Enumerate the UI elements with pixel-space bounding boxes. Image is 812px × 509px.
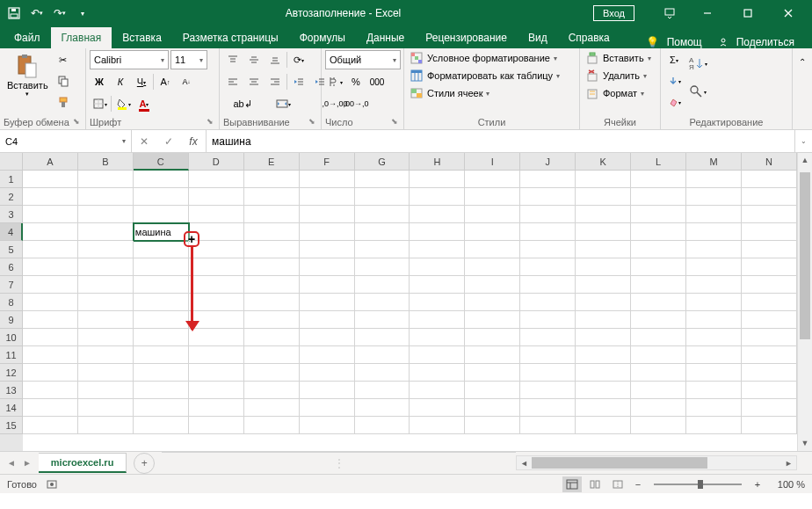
cell-F7[interactable]: [300, 276, 355, 294]
cell-L8[interactable]: [631, 294, 686, 311]
decrease-indent-icon[interactable]: [289, 72, 308, 91]
add-sheet-icon[interactable]: +: [134, 453, 155, 474]
align-launcher-icon[interactable]: ⬊: [307, 117, 317, 127]
cell-C10[interactable]: [134, 329, 189, 346]
cell-H7[interactable]: [410, 276, 465, 294]
comma-icon[interactable]: 000: [367, 72, 387, 91]
cell-F9[interactable]: [300, 311, 355, 329]
insert-cells-button[interactable]: Вставить▾: [584, 50, 653, 66]
cell-K7[interactable]: [576, 276, 631, 294]
cell-M7[interactable]: [686, 276, 742, 294]
cell-K11[interactable]: [576, 346, 631, 364]
cell-M4[interactable]: [686, 223, 742, 241]
cell-M9[interactable]: [686, 311, 742, 329]
page-layout-view-icon[interactable]: [585, 476, 605, 492]
cell-H11[interactable]: [410, 346, 465, 364]
italic-button[interactable]: К: [111, 72, 130, 91]
cell-H15[interactable]: [410, 417, 465, 434]
cell-A6[interactable]: [23, 258, 78, 276]
shrink-font-icon[interactable]: A↓: [177, 72, 196, 91]
cell-G9[interactable]: [355, 311, 410, 329]
cell-B13[interactable]: [78, 382, 134, 399]
cell-F15[interactable]: [300, 417, 355, 434]
cell-N6[interactable]: [742, 258, 797, 276]
cell-M8[interactable]: [686, 294, 742, 311]
cell-L9[interactable]: [631, 311, 686, 329]
cell-G7[interactable]: [355, 276, 410, 294]
cell-F11[interactable]: [300, 346, 355, 364]
share-button[interactable]: Поделиться: [713, 36, 805, 48]
cell-N13[interactable]: [742, 382, 797, 399]
cell-F2[interactable]: [300, 188, 355, 206]
cell-D6[interactable]: [189, 258, 244, 276]
cell-N8[interactable]: [742, 294, 797, 311]
cell-N1[interactable]: [742, 171, 797, 188]
cell-G14[interactable]: [355, 399, 410, 417]
row-header-9[interactable]: 9: [0, 311, 23, 329]
cell-E5[interactable]: [244, 241, 300, 258]
scroll-left-icon[interactable]: ◄: [517, 459, 532, 468]
cell-M6[interactable]: [686, 258, 742, 276]
tab-file[interactable]: Файл: [4, 27, 51, 48]
cell-F10[interactable]: [300, 329, 355, 346]
cell-E2[interactable]: [244, 188, 300, 206]
cell-D10[interactable]: [189, 329, 244, 346]
cell-H9[interactable]: [410, 311, 465, 329]
tab-view[interactable]: Вид: [518, 27, 558, 48]
cell-L3[interactable]: [631, 206, 686, 223]
cell-E7[interactable]: [244, 276, 300, 294]
clipboard-launcher-icon[interactable]: ⬊: [71, 117, 82, 127]
cell-H2[interactable]: [410, 188, 465, 206]
currency-icon[interactable]: ▾: [325, 72, 344, 91]
cell-J3[interactable]: [520, 206, 576, 223]
cell-G5[interactable]: [355, 241, 410, 258]
row-header-1[interactable]: 1: [0, 171, 23, 188]
scroll-up-icon[interactable]: ▲: [798, 153, 812, 168]
cell-M15[interactable]: [686, 417, 742, 434]
cell-I7[interactable]: [465, 276, 520, 294]
cell-C14[interactable]: [134, 399, 189, 417]
cell-E1[interactable]: [244, 171, 300, 188]
cell-C5[interactable]: [134, 241, 189, 258]
cell-E10[interactable]: [244, 329, 300, 346]
number-format-combo[interactable]: Общий▾: [325, 50, 401, 69]
cell-I2[interactable]: [465, 188, 520, 206]
col-header-J[interactable]: J: [520, 153, 576, 171]
cell-G3[interactable]: [355, 206, 410, 223]
close-icon[interactable]: [768, 0, 808, 26]
cell-J2[interactable]: [520, 188, 576, 206]
cell-C7[interactable]: [134, 276, 189, 294]
cell-B14[interactable]: [78, 399, 134, 417]
cell-H14[interactable]: [410, 399, 465, 417]
fill-color-icon[interactable]: ▾: [113, 94, 133, 113]
cell-A13[interactable]: [23, 382, 78, 399]
increase-decimal-icon[interactable]: ,0→,00: [325, 94, 344, 113]
cell-L4[interactable]: [631, 223, 686, 241]
ribbon-options-icon[interactable]: [652, 0, 687, 26]
row-header-2[interactable]: 2: [0, 188, 23, 206]
cell-A4[interactable]: [23, 223, 78, 241]
cell-D5[interactable]: [189, 241, 244, 258]
cell-M5[interactable]: [686, 241, 742, 258]
cell-I4[interactable]: [465, 223, 520, 241]
cell-H6[interactable]: [410, 258, 465, 276]
sort-filter-icon[interactable]: AЯ▾: [685, 50, 708, 76]
cell-J12[interactable]: [520, 364, 576, 382]
scroll-right-icon[interactable]: ►: [781, 459, 796, 468]
cell-D2[interactable]: [189, 188, 244, 206]
format-as-table-button[interactable]: Форматировать как таблицу▾: [408, 68, 562, 84]
paste-button[interactable]: Вставить▾: [4, 50, 52, 99]
cell-B7[interactable]: [78, 276, 134, 294]
cell-E9[interactable]: [244, 311, 300, 329]
undo-icon[interactable]: ↶▾: [26, 3, 47, 24]
cell-C6[interactable]: [134, 258, 189, 276]
cell-F6[interactable]: [300, 258, 355, 276]
cell-D8[interactable]: [189, 294, 244, 311]
cell-L10[interactable]: [631, 329, 686, 346]
cell-B4[interactable]: [78, 223, 134, 241]
cell-A3[interactable]: [23, 206, 78, 223]
row-header-15[interactable]: 15: [0, 417, 23, 434]
cell-F3[interactable]: [300, 206, 355, 223]
grow-font-icon[interactable]: A↑: [156, 72, 175, 91]
cell-L2[interactable]: [631, 188, 686, 206]
